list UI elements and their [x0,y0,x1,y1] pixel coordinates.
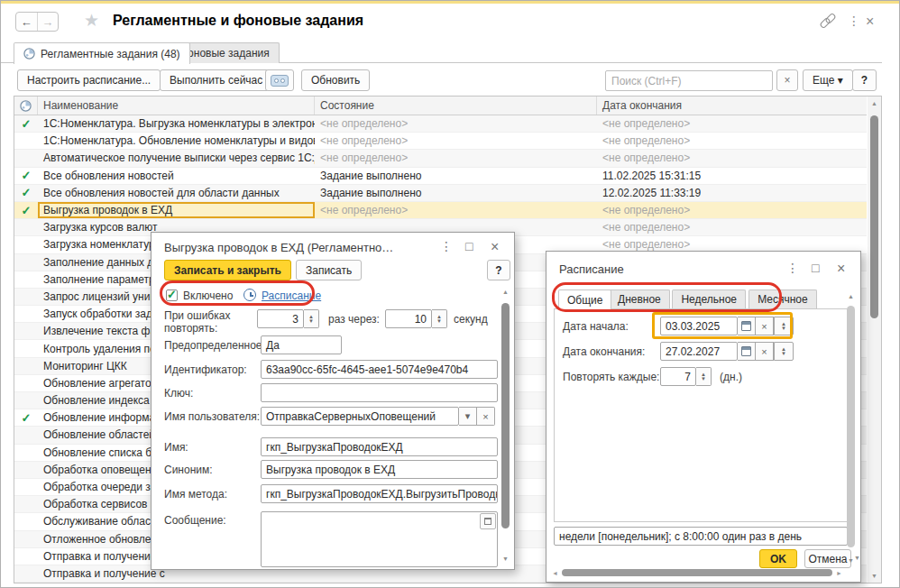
key-field[interactable] [261,383,498,402]
message-expand-icon[interactable] [480,513,496,529]
row-check-cell[interactable] [14,445,38,461]
row-check-cell[interactable] [14,150,38,166]
row-state-cell[interactable]: <не определено> [315,150,597,166]
scroll-up-icon[interactable]: ▲ [868,100,881,106]
row-name-cell[interactable]: Автоматическое получение выписки через с… [38,150,315,166]
row-check-cell[interactable] [14,513,38,529]
method-field[interactable]: гкп_ВыгрузкаПроводокЕХД.ВыгрузитьПроводк… [261,484,498,503]
save-button[interactable]: Записать [296,260,362,280]
schedule-hscroll-thumb[interactable] [562,569,832,576]
row-check-cell[interactable] [14,236,38,253]
row-check-cell[interactable] [14,133,38,149]
id-field[interactable]: 63aa90cc-65fc-4645-aee1-5074e9e470b4 [261,360,498,379]
search-input[interactable]: Поиск (Ctrl+F) [605,70,773,91]
window-menu-icon[interactable]: ⋮ [848,14,860,28]
end-date-spinner[interactable]: ▲▼ [774,342,794,361]
setup-schedule-button[interactable]: Настроить расписание... [17,69,161,91]
event-log-button[interactable] [265,69,294,91]
scroll-up-icon[interactable]: ▲ [499,289,512,295]
row-state-cell[interactable]: <не определено> [315,133,597,149]
message-textarea[interactable] [261,511,498,567]
help-button[interactable]: ? [852,69,877,91]
job-dialog-maximize-icon[interactable]: □ [465,239,473,253]
row-name-cell[interactable]: 1С:Номенклатура. Выгрузка номенклатуры в… [38,115,315,132]
row-state-cell[interactable]: <не определено> [315,202,597,218]
row-check-cell[interactable] [14,375,38,391]
row-check-cell[interactable]: ✓ [14,168,38,184]
row-check-cell[interactable] [14,392,38,409]
synonym-field[interactable]: Выгрузка проводок в ЕХД [261,460,498,479]
start-date-clear-icon[interactable]: × [756,317,774,335]
header-name[interactable]: Наименование [38,96,315,115]
scroll-up-icon[interactable]: ▲ [844,293,858,299]
retry-count-spinner[interactable]: ▲▼ [304,309,319,328]
user-combo[interactable]: ОтправкаСерверныхОповещений [261,407,459,426]
search-clear-button[interactable]: × [776,69,798,91]
schedule-dialog-maximize-icon[interactable]: □ [812,261,819,275]
row-check-cell[interactable] [14,479,38,495]
row-check-cell[interactable] [14,565,38,582]
row-date-cell[interactable]: <не определено> [597,115,867,132]
predefined-field[interactable]: Да [261,335,342,354]
back-button[interactable]: ← [16,13,38,31]
start-date-spinner[interactable]: ▲▼ [774,317,794,335]
row-state-cell[interactable]: <не определено> [315,115,597,132]
row-check-cell[interactable]: ✓ [14,409,38,426]
row-check-cell[interactable] [14,323,38,339]
row-name-cell[interactable]: Все обновления новостей для области данн… [38,185,315,201]
end-date-clear-icon[interactable]: × [756,342,774,361]
job-dialog-scrollbar[interactable]: ▲ ▼ [499,287,512,564]
row-check-cell[interactable]: ✓ [14,202,38,218]
schedule-vertical-scrollbar[interactable]: ▲ ▼ [844,291,858,565]
row-check-cell[interactable] [14,219,38,235]
row-name-cell[interactable]: Выгрузка проводок в ЕХД [38,202,315,218]
scroll-left-icon[interactable]: ◄ [552,570,558,576]
job-help-button[interactable]: ? [487,260,510,280]
save-and-close-button[interactable]: Записать и закрыть [164,260,291,280]
row-check-cell[interactable] [14,306,38,322]
row-date-cell[interactable]: <не определено> [597,219,867,235]
schedule-tab-3[interactable]: Недельное [672,289,746,308]
window-close-icon[interactable]: × [866,14,874,30]
tab-scheduled-jobs[interactable]: Регламентные задания (48) [14,42,190,64]
start-date-calendar-icon[interactable] [738,317,756,335]
row-date-cell[interactable]: 12.02.2025 11:33:19 [597,185,867,201]
end-date-field[interactable]: 27.02.2027 [660,342,738,361]
header-state[interactable]: Состояние [315,96,597,115]
schedule-tab-2[interactable]: Дневное [609,289,670,308]
schedule-tab-4[interactable]: Месячное [748,289,817,308]
row-check-cell[interactable] [14,531,38,547]
scroll-down-icon[interactable]: ▼ [844,557,858,564]
row-state-cell[interactable]: Задание выполнено [315,168,597,184]
row-date-cell[interactable]: <не определено> [597,150,867,166]
table-row[interactable]: 1С:Номенклатура. Обновление номенклатуры… [14,133,867,150]
row-check-cell[interactable]: ✓ [14,115,38,132]
row-date-cell[interactable]: 11.02.2025 15:31:15 [597,168,867,184]
row-state-cell[interactable]: Задание выполнено [315,185,597,201]
schedule-scroll-thumb[interactable] [847,306,855,547]
table-vertical-scrollbar[interactable]: ▲ ▼ [868,96,881,583]
row-check-cell[interactable] [14,358,38,374]
table-row[interactable]: ✓Все обновления новостей для области дан… [14,185,867,202]
ok-button[interactable]: OK [759,549,797,568]
scroll-down-icon[interactable]: ▼ [499,556,512,562]
user-clear-icon[interactable]: × [477,407,495,426]
job-dialog-menu-icon[interactable]: ⋮ [440,239,453,253]
scroll-right-icon[interactable]: ► [836,570,842,576]
table-row[interactable]: ✓Выгрузка проводок в ЕХД<не определено><… [14,202,867,219]
repeat-spinner[interactable]: ▲▼ [696,367,712,386]
schedule-link[interactable]: Расписание [262,289,321,302]
scroll-down-icon[interactable]: ▼ [868,573,881,579]
table-row[interactable]: ✓1С:Номенклатура. Выгрузка номенклатуры … [14,115,867,133]
favorite-star-icon[interactable]: ★ [84,10,99,31]
retry-interval-field[interactable]: 10 [385,309,432,328]
table-scroll-thumb[interactable] [870,115,878,318]
name-field[interactable]: гкп_ВыгрузкаПроводокЕХД [261,437,498,456]
more-button[interactable]: Еще ▾ [803,69,853,91]
row-check-cell[interactable] [14,340,38,356]
row-check-cell[interactable] [14,462,38,478]
row-check-cell[interactable]: ✓ [14,185,38,201]
schedule-dialog-close-icon[interactable]: × [837,261,845,277]
header-check-column[interactable] [14,96,38,115]
end-date-calendar-icon[interactable] [738,342,756,361]
